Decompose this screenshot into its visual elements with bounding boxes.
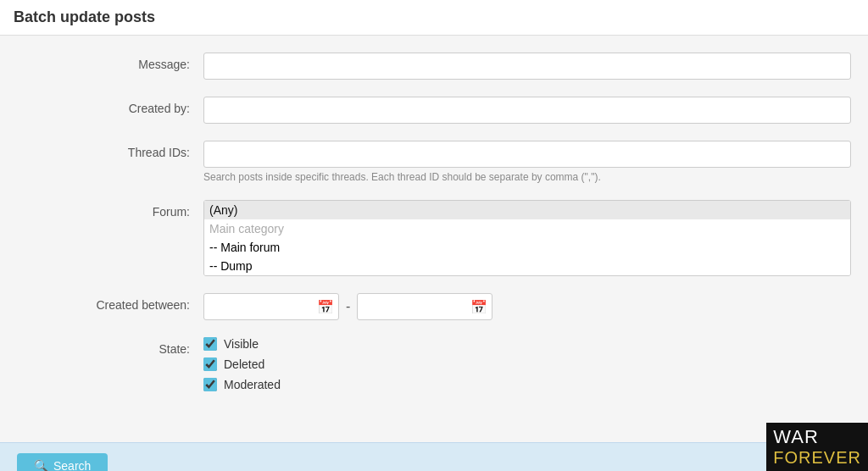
form-container: Message: Created by: Thread IDs: Search … (0, 36, 868, 442)
state-visible-checkbox[interactable] (203, 337, 217, 351)
forum-option-any[interactable]: (Any) (204, 201, 850, 219)
date-range: 📅 - 📅 (203, 293, 851, 320)
state-deleted-row: Deleted (203, 357, 851, 371)
created-by-label: Created by: (17, 97, 203, 115)
page-title: Batch update posts (0, 0, 868, 36)
forum-option-dump[interactable]: -- Dump (204, 257, 850, 275)
message-control (203, 53, 851, 80)
watermark-forever: FOREVER (773, 448, 861, 468)
date-to-wrap: 📅 (357, 293, 492, 320)
thread-ids-row: Thread IDs: Search posts inside specific… (0, 141, 868, 183)
forum-control: (Any) Main category -- Main forum -- Dum… (203, 200, 851, 276)
message-label: Message: (17, 53, 203, 71)
created-between-label: Created between: (17, 293, 203, 312)
created-by-input[interactable] (203, 97, 851, 124)
date-from-input[interactable] (203, 293, 339, 320)
footer-bar: 🔍 Search (0, 442, 868, 471)
state-visible-label[interactable]: Visible (224, 337, 259, 351)
thread-ids-control: Search posts inside specific threads. Ea… (203, 141, 851, 183)
created-by-row: Created by: (0, 97, 868, 124)
date-to-input[interactable] (357, 293, 492, 320)
state-deleted-label[interactable]: Deleted (224, 357, 264, 371)
created-between-control: 📅 - 📅 (203, 293, 851, 320)
state-label: State: (17, 337, 203, 356)
forum-row: Forum: (Any) Main category -- Main forum… (0, 200, 868, 276)
state-moderated-checkbox[interactable] (203, 378, 217, 391)
state-moderated-row: Moderated (203, 378, 851, 391)
forum-option-main-category: Main category (204, 219, 850, 238)
thread-ids-label: Thread IDs: (17, 141, 203, 159)
message-row: Message: (0, 53, 868, 80)
state-row: State: Visible Deleted Moderated (0, 337, 868, 398)
forum-select[interactable]: (Any) Main category -- Main forum -- Dum… (203, 200, 851, 276)
forum-option-main-forum[interactable]: -- Main forum (204, 238, 850, 257)
created-between-row: Created between: 📅 - 📅 (0, 293, 868, 320)
forum-option-test[interactable]: -- Test forum (204, 275, 850, 276)
forum-label: Forum: (17, 200, 203, 219)
date-from-wrap: 📅 (203, 293, 339, 320)
search-icon: 🔍 (34, 459, 48, 471)
state-deleted-checkbox[interactable] (203, 357, 217, 371)
search-button-label: Search (53, 459, 91, 471)
state-visible-row: Visible (203, 337, 851, 351)
search-button[interactable]: 🔍 Search (17, 453, 108, 471)
state-moderated-label[interactable]: Moderated (224, 378, 281, 391)
message-input[interactable] (203, 53, 851, 80)
watermark: WAR FOREVER (766, 423, 868, 471)
created-by-control (203, 97, 851, 124)
watermark-war: WAR (773, 426, 819, 447)
state-control: Visible Deleted Moderated (203, 337, 851, 398)
thread-ids-input[interactable] (203, 141, 851, 168)
date-separator: - (346, 299, 350, 314)
thread-ids-help: Search posts inside specific threads. Ea… (203, 171, 851, 183)
